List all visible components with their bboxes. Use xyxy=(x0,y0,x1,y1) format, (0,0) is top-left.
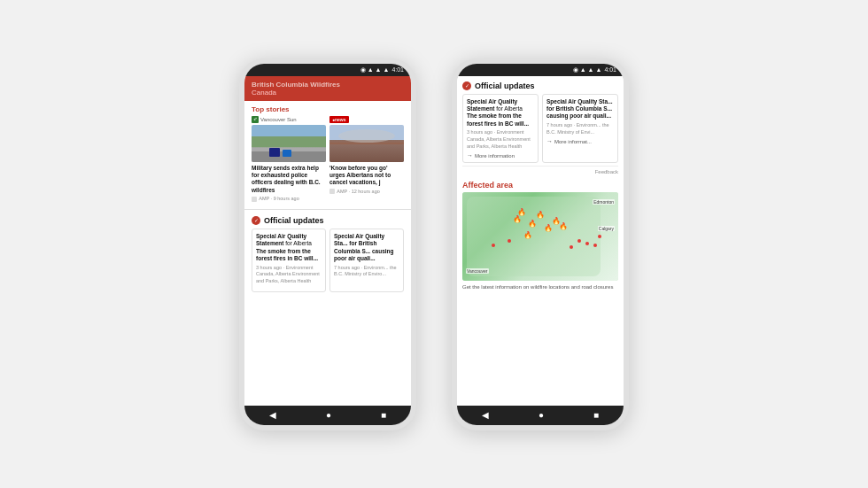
recent-button-1[interactable]: ■ xyxy=(381,410,386,420)
dot-5 xyxy=(598,235,601,238)
official-card-meta-1b: 7 hours ago · Environm... the B.C. Minis… xyxy=(334,265,399,278)
home-button-2[interactable]: ● xyxy=(539,410,544,420)
dot-4 xyxy=(570,245,573,249)
official-header-1: ✓ Official updates xyxy=(252,216,404,225)
shield-icon-2: ✓ xyxy=(462,81,471,90)
more-info-link-2a[interactable]: → More information xyxy=(467,152,534,159)
nav-bar-2: ◀ ● ■ xyxy=(457,406,624,425)
shield-icon-1: ✓ xyxy=(252,216,260,225)
official-title-1: Official updates xyxy=(264,216,324,225)
meta-2: AMP · 12 hours ago xyxy=(329,189,404,195)
dot-1 xyxy=(577,239,581,243)
fire-5: 🔥 xyxy=(523,231,532,239)
official-cards-2: Special Air Quality Statement for Albert… xyxy=(462,94,618,164)
official-card-title-2a: Special Air Quality Statement for Albert… xyxy=(467,98,534,128)
fire-7: 🔥 xyxy=(517,208,526,216)
city-label-edmonton: Edmonton xyxy=(593,199,615,205)
meta-1: AMP · 9 hours ago xyxy=(252,196,326,202)
home-button-1[interactable]: ● xyxy=(326,410,331,420)
back-button-1[interactable]: ◀ xyxy=(269,410,276,420)
map-container[interactable]: 🔥 🔥 🔥 🔥 🔥 🔥 🔥 🔥 xyxy=(462,192,618,281)
map-region xyxy=(467,197,601,276)
app-subtitle: Canada xyxy=(252,89,404,97)
source-bar-2: ●news xyxy=(329,116,404,123)
divider-1 xyxy=(244,209,411,210)
fire-4: 🔥 xyxy=(544,224,553,232)
official-card-title-1a: Special Air Quality Statement for Albert… xyxy=(256,233,322,263)
app-header-1: British Columbia Wildfires Canada xyxy=(244,76,411,101)
app-title: British Columbia Wildfires xyxy=(252,81,404,89)
status-icons-2: ◉ ▲ ▲ ▲ xyxy=(573,66,602,74)
arrow-icon-2a: → xyxy=(467,152,473,159)
official-card-meta-2b: 7 hours ago · Environm... the B.C. Minis… xyxy=(546,122,614,136)
official-card-meta-2a: 3 hours ago · Environment Canada, Albert… xyxy=(467,129,534,150)
news-card-2[interactable]: ●news 'Know before you go' urges Alberta… xyxy=(329,116,404,202)
arrow-icon-2b: → xyxy=(546,138,553,144)
city-label-calgary: Calgary xyxy=(598,226,615,231)
cbc-logo: ●news xyxy=(329,116,349,123)
official-updates-section-1: ✓ Official updates Special Air Quality S… xyxy=(244,213,411,296)
phone-1: ◉ ▲ ▲ ▲ 4:01 British Columbia Wildfires … xyxy=(239,58,416,430)
more-info-link-2b[interactable]: → More informat... xyxy=(546,138,614,144)
official-updates-section-2: ✓ Official updates Special Air Quality S… xyxy=(462,81,618,178)
headline-1: Military sends extra help for exhausted … xyxy=(252,165,326,195)
official-header-2: ✓ Official updates xyxy=(462,81,618,90)
news-image-2 xyxy=(329,125,404,162)
map-caption: Get the latest information on wildfire l… xyxy=(462,283,618,290)
scene: ◉ ▲ ▲ ▲ 4:01 British Columbia Wildfires … xyxy=(0,0,868,488)
amp-icon-2 xyxy=(329,189,335,194)
official-card-title-1b: Special Air Quality Sta... for British C… xyxy=(334,233,399,263)
official-cards-1: Special Air Quality Statement for Albert… xyxy=(252,229,404,292)
vancouver-sun-icon: 🗞 xyxy=(252,116,259,123)
official-card-2b[interactable]: Special Air Quality Sta... for British C… xyxy=(542,94,618,164)
top-stories-label: Top stories xyxy=(244,101,411,116)
back-button-2[interactable]: ◀ xyxy=(482,410,489,420)
fire-8: 🔥 xyxy=(559,222,568,230)
official-title-2: Official updates xyxy=(475,81,535,90)
phone-2-content: ✓ Official updates Special Air Quality S… xyxy=(457,76,624,406)
fire-1: 🔥 xyxy=(513,215,522,223)
nav-bar-1: ◀ ● ■ xyxy=(244,406,411,425)
headline-2: 'Know before you go' urges Albertans not… xyxy=(329,165,404,187)
dot-3 xyxy=(593,244,597,247)
official-card-1a[interactable]: Special Air Quality Statement for Albert… xyxy=(252,229,326,292)
news-card-1[interactable]: 🗞 Vancouver Sun Military sends extra hel… xyxy=(252,116,326,202)
city-label-vancouver: Vancouver xyxy=(466,268,489,274)
phone-2: ◉ ▲ ▲ ▲ 4:01 ✓ Official updates Special … xyxy=(452,58,629,430)
phone-1-content: Top stories 🗞 Vancouver Sun Military xyxy=(244,101,411,406)
fire-3: 🔥 xyxy=(536,211,545,219)
dot-6 xyxy=(508,239,511,243)
dot-2 xyxy=(585,242,589,245)
status-time: 4:01 xyxy=(391,66,404,73)
official-card-meta-1a: 3 hours ago · Environment Canada, Albert… xyxy=(256,265,322,285)
affected-area-section: Affected area 🔥 🔥 🔥 🔥 🔥 🔥 🔥 🔥 xyxy=(462,181,618,290)
dot-7 xyxy=(492,244,495,247)
news-image-1 xyxy=(252,125,326,162)
official-card-2a[interactable]: Special Air Quality Statement for Albert… xyxy=(462,94,539,164)
feedback-bar[interactable]: Feedback xyxy=(462,166,618,177)
fire-2: 🔥 xyxy=(528,220,537,228)
source-name-1: Vancouver Sun xyxy=(260,117,297,122)
news-cards-row: 🗞 Vancouver Sun Military sends extra hel… xyxy=(244,116,411,206)
status-icons: ◉ ▲ ▲ ▲ xyxy=(360,66,390,74)
source-bar-1: 🗞 Vancouver Sun xyxy=(252,116,326,123)
status-bar-1: ◉ ▲ ▲ ▲ 4:01 xyxy=(244,64,411,76)
amp-icon-1 xyxy=(252,197,257,202)
official-card-1b[interactable]: Special Air Quality Sta... for British C… xyxy=(329,229,404,292)
affected-area-label: Affected area xyxy=(462,181,618,190)
official-card-title-2b: Special Air Quality Sta... for British C… xyxy=(546,98,614,120)
status-bar-2: ◉ ▲ ▲ ▲ 4:01 xyxy=(457,64,624,76)
status-time-2: 4:01 xyxy=(604,66,616,73)
recent-button-2[interactable]: ■ xyxy=(593,410,599,420)
